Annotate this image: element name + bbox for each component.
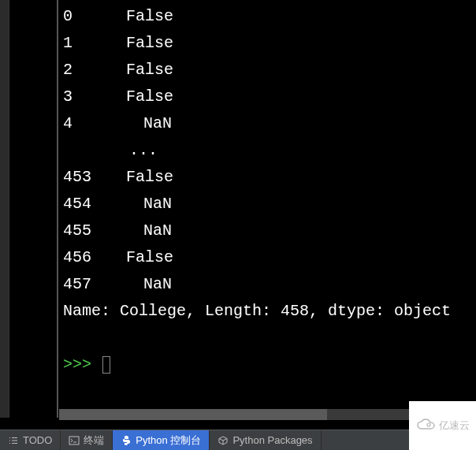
series-index: 0 xyxy=(63,3,126,30)
series-value: NaN xyxy=(143,271,172,298)
series-value: NaN xyxy=(143,191,172,218)
horizontal-scrollbar-thumb[interactable] xyxy=(59,409,327,420)
series-value: False xyxy=(126,30,173,57)
list-icon xyxy=(8,435,19,446)
output-row: 0 False xyxy=(63,3,471,30)
python-prompt: >>> xyxy=(63,355,101,374)
series-value: False xyxy=(126,84,173,110)
output-row: 453 False xyxy=(63,164,471,191)
watermark: 亿速云 xyxy=(409,401,476,450)
svg-rect-0 xyxy=(69,437,79,444)
packages-icon xyxy=(218,435,229,446)
output-row: 3 False xyxy=(63,84,471,110)
output-row: 457 NaN xyxy=(63,271,471,298)
series-index: 1 xyxy=(63,30,126,57)
watermark-text: 亿速云 xyxy=(439,418,470,433)
output-row: 2 False xyxy=(63,57,471,84)
series-index: 3 xyxy=(63,84,126,110)
tab-todo[interactable]: TODO xyxy=(0,430,61,450)
tab-label: Python Packages xyxy=(232,434,312,446)
output-row: 455 NaN xyxy=(63,218,471,244)
tab-label: 终端 xyxy=(84,433,104,448)
left-gutter xyxy=(9,0,58,418)
series-index: 2 xyxy=(63,57,126,84)
series-value: NaN xyxy=(143,218,172,244)
series-index: 455 xyxy=(63,218,126,244)
tab-terminal[interactable]: 终端 xyxy=(61,430,113,450)
python-console-output[interactable]: 0 False 1 False 2 False 3 False 4 NaN ..… xyxy=(58,0,476,418)
tab-label: Python 控制台 xyxy=(136,433,201,448)
series-index: 457 xyxy=(63,271,126,298)
left-gutter-margin xyxy=(0,0,9,418)
tab-label: TODO xyxy=(23,434,52,446)
series-value: False xyxy=(126,164,173,191)
series-index: 453 xyxy=(63,164,126,191)
tab-python-console[interactable]: Python 控制台 xyxy=(113,430,210,450)
editor-area: 0 False 1 False 2 False 3 False 4 NaN ..… xyxy=(0,0,476,418)
series-value: NaN xyxy=(143,110,172,137)
series-summary: Name: College, Length: 458, dtype: objec… xyxy=(63,298,471,325)
prompt-line[interactable]: >>> xyxy=(63,351,471,378)
svg-point-1 xyxy=(427,423,430,426)
series-index: 454 xyxy=(63,191,126,218)
output-row: 456 False xyxy=(63,244,471,271)
series-value: False xyxy=(126,57,173,84)
output-row: 4 NaN xyxy=(63,110,471,137)
terminal-icon xyxy=(69,435,80,446)
tool-window-bar: TODO 终端 Python 控制台 Python Packages xyxy=(0,430,476,450)
output-ellipsis: ... xyxy=(63,137,471,164)
series-value: False xyxy=(126,3,173,30)
python-icon xyxy=(121,435,132,446)
text-cursor xyxy=(102,356,110,374)
output-row: 454 NaN xyxy=(63,191,471,218)
series-index: 4 xyxy=(63,110,126,137)
output-row: 1 False xyxy=(63,30,471,57)
tab-python-packages[interactable]: Python Packages xyxy=(210,430,321,450)
cloud-icon xyxy=(416,418,437,434)
series-value: False xyxy=(126,244,173,271)
series-index: 456 xyxy=(63,244,126,271)
